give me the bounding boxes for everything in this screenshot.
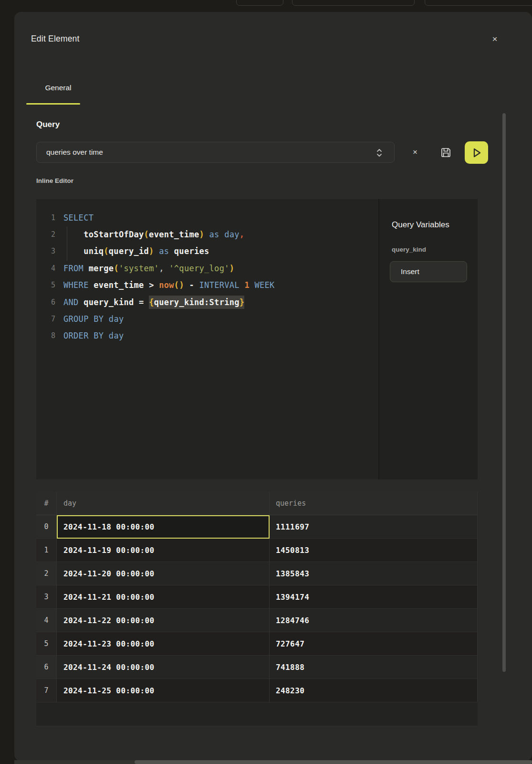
table-row: 52024-11-23 00:00:00727647: [36, 632, 478, 656]
code-line[interactable]: 7GROUP BY day: [36, 310, 378, 327]
line-number: 5: [36, 281, 55, 289]
code-line[interactable]: 2 toStartOfDay(event_time) as day,: [36, 226, 378, 243]
row-index-cell[interactable]: 6: [36, 656, 57, 679]
line-number: 4: [36, 264, 55, 273]
table-cell[interactable]: 2024-11-22 00:00:00: [57, 609, 270, 632]
code-line[interactable]: 5WHERE event_time > now() - INTERVAL 1 W…: [36, 277, 378, 294]
table-cell[interactable]: 2024-11-23 00:00:00: [57, 632, 270, 656]
results-footer: [36, 702, 478, 726]
query-select-value: queries over time: [46, 148, 103, 157]
query-variables-heading: Query Variables: [392, 220, 449, 230]
play-icon: [471, 147, 482, 159]
code-text: GROUP BY day: [63, 314, 124, 324]
tab-general[interactable]: General: [31, 84, 85, 92]
query-section-heading: Query: [36, 120, 60, 129]
screen: Edit Element × General Query queries ove…: [0, 0, 532, 764]
results-body: 02024-11-18 00:00:00111169712024-11-19 0…: [36, 515, 478, 702]
code-text: FROM merge('system', '^query_log'): [63, 264, 234, 273]
tab-active-underline: [26, 103, 80, 105]
table-cell[interactable]: 2024-11-24 00:00:00: [57, 656, 270, 679]
table-row: 32024-11-21 00:00:001394174: [36, 585, 478, 609]
code-text: ORDER BY day: [63, 331, 124, 340]
code-line[interactable]: 1SELECT: [36, 209, 378, 226]
insert-variable-button[interactable]: Insert: [390, 261, 467, 282]
row-index-cell[interactable]: 1: [36, 539, 57, 562]
backdrop-button-outline: [292, 0, 415, 6]
line-number: 3: [36, 247, 55, 255]
line-number: 2: [36, 230, 55, 239]
selected-cell[interactable]: 2024-11-18 00:00:00: [57, 515, 270, 539]
clear-query-button[interactable]: ×: [408, 145, 422, 159]
code-line[interactable]: 6AND query_kind = {query_kind:String}: [36, 294, 378, 310]
results-header-cell[interactable]: day: [57, 492, 270, 515]
table-cell[interactable]: 248230: [270, 679, 478, 702]
line-number: 1: [36, 213, 55, 222]
backdrop-button-outline: [236, 0, 283, 6]
backdrop-button-outline: [425, 0, 532, 6]
edit-element-modal: Edit Element × General Query queries ove…: [14, 12, 532, 761]
table-cell[interactable]: 2024-11-20 00:00:00: [57, 562, 270, 585]
results-header-cell[interactable]: #: [36, 492, 57, 515]
sql-editor: 1SELECT2 toStartOfDay(event_time) as day…: [36, 199, 478, 479]
save-query-button[interactable]: [438, 145, 453, 159]
query-variable-name: query_kind: [392, 246, 426, 253]
query-select[interactable]: queries over time: [36, 142, 395, 163]
table-row: 12024-11-19 00:00:001450813: [36, 539, 478, 562]
run-query-button[interactable]: [465, 141, 488, 164]
table-row: 62024-11-24 00:00:00741888: [36, 656, 478, 679]
table-cell[interactable]: 1385843: [270, 562, 478, 585]
table-cell[interactable]: 727647: [270, 632, 478, 656]
table-cell[interactable]: 2024-11-25 00:00:00: [57, 679, 270, 702]
insert-button-label: Insert: [401, 267, 419, 276]
code-editor-area[interactable]: 1SELECT2 toStartOfDay(event_time) as day…: [36, 199, 378, 479]
code-text: toStartOfDay(event_time) as day,: [63, 230, 244, 239]
code-text: WHERE event_time > now() - INTERVAL 1 WE…: [63, 280, 275, 290]
indent-guide: [67, 226, 67, 261]
save-icon: [440, 147, 451, 158]
clear-icon: ×: [413, 148, 417, 157]
row-index-cell[interactable]: 3: [36, 585, 57, 609]
table-row: 42024-11-22 00:00:001284746: [36, 609, 478, 632]
row-index-cell[interactable]: 2: [36, 562, 57, 585]
row-index-cell[interactable]: 0: [36, 515, 57, 539]
table-row: 22024-11-20 00:00:001385843: [36, 562, 478, 585]
code-text: SELECT: [63, 213, 94, 223]
query-variables-panel: Query Variables query_kind Insert: [378, 199, 478, 479]
table-cell[interactable]: 1394174: [270, 585, 478, 609]
line-number: 6: [36, 298, 55, 307]
table-row: 72024-11-25 00:00:00248230: [36, 679, 478, 702]
code-line[interactable]: 4FROM merge('system', '^query_log'): [36, 260, 378, 276]
close-icon[interactable]: ×: [489, 33, 501, 45]
table-cell[interactable]: 1111697: [270, 515, 478, 539]
vertical-scrollbar[interactable]: [502, 113, 506, 672]
modal-title: Edit Element: [31, 34, 80, 44]
code-text: AND query_kind = {query_kind:String}: [63, 297, 244, 307]
inline-editor-label: Inline Editor: [36, 177, 73, 184]
row-index-cell[interactable]: 5: [36, 632, 57, 656]
code-line[interactable]: 8ORDER BY day: [36, 328, 378, 344]
code-line[interactable]: 3 uniq(query_id) as queries: [36, 243, 378, 260]
line-number: 7: [36, 315, 55, 323]
code-text: uniq(query_id) as queries: [63, 246, 209, 256]
results-table: #dayqueries 02024-11-18 00:00:0011116971…: [36, 492, 478, 726]
table-cell[interactable]: 2024-11-21 00:00:00: [57, 585, 270, 609]
table-cell[interactable]: 1284746: [270, 609, 478, 632]
table-cell[interactable]: 741888: [270, 656, 478, 679]
code-lines: 1SELECT2 toStartOfDay(event_time) as day…: [36, 209, 378, 344]
row-index-cell[interactable]: 7: [36, 679, 57, 702]
table-cell[interactable]: 1450813: [270, 539, 478, 562]
horizontal-scrollbar-thumb[interactable]: [135, 760, 532, 764]
line-number: 8: [36, 331, 55, 340]
chevron-up-down-icon: [375, 148, 384, 158]
table-row: 02024-11-18 00:00:001111697: [36, 515, 478, 539]
results-header-row: #dayqueries: [36, 492, 478, 515]
row-index-cell[interactable]: 4: [36, 609, 57, 632]
results-header-cell[interactable]: queries: [270, 492, 478, 515]
table-cell[interactable]: 2024-11-19 00:00:00: [57, 539, 270, 562]
